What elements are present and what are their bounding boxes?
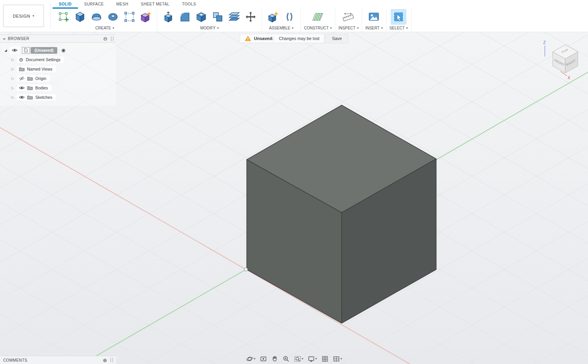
expand-open-icon[interactable]: ◢ — [3, 49, 8, 52]
construct-plane-button[interactable] — [310, 9, 326, 25]
tab-solid[interactable]: SOLID — [53, 0, 78, 9]
expand-arrow-icon[interactable]: ▷ — [10, 67, 15, 71]
create-menu[interactable]: CREATE ▾ — [95, 26, 114, 30]
shell-button[interactable] — [193, 9, 209, 25]
ribbon-tabs: SOLID SURFACE MESH SHEET METAL TOOLS — [53, 0, 202, 9]
chevron-down-icon: ▾ — [330, 27, 332, 30]
expand-arrow-icon[interactable]: ▷ — [10, 58, 15, 62]
fillet-button[interactable] — [177, 9, 193, 25]
tree-row-sketches[interactable]: ▷ Sketches — [0, 93, 116, 102]
pan-button[interactable] — [270, 355, 279, 363]
visibility-eye-icon[interactable] — [19, 86, 25, 90]
navigation-bar: ▾ ▾ ▾ — [245, 355, 343, 363]
workspace-label: DESIGN — [13, 14, 31, 18]
joint-icon — [284, 11, 295, 23]
viewports-icon — [333, 355, 340, 362]
panel-dock-handle[interactable] — [111, 36, 113, 41]
tree-row-named-views[interactable]: ▷ Named Views — [0, 64, 116, 74]
collapse-panel-icon[interactable]: ◂◂ — [3, 37, 5, 40]
toolbar-divider — [50, 3, 51, 29]
browser-tree: ◢ (Unsaved) ◉ ▷ ⚙ Document Settings ▷ — [0, 43, 116, 106]
browser-panel: ◂◂ BROWSER ⊖ ◢ (Unsaved) ◉ ▷ ⚙ Document — [0, 35, 116, 106]
toolbar-group-inspect: INSPECT ▾ — [335, 9, 362, 32]
insert-menu[interactable]: INSERT ▾ — [365, 26, 383, 30]
view-cube[interactable]: Z TOP FRONT RIGHT X — [542, 38, 586, 84]
image-icon — [368, 11, 380, 23]
revolve-button[interactable] — [89, 9, 104, 25]
ribbon-toolbar: CREATE ▾ — [53, 9, 411, 32]
tree-item-label: Bodies — [35, 86, 48, 90]
gear-icon: ⚙ — [19, 57, 24, 62]
fit-button[interactable]: ▾ — [293, 355, 304, 363]
panel-dock-handle[interactable] — [111, 358, 113, 362]
browser-panel-header: ◂◂ BROWSER ⊖ — [0, 35, 116, 43]
chevron-down-icon: ▾ — [315, 357, 317, 360]
select-button[interactable] — [391, 9, 406, 25]
visibility-eye-icon[interactable] — [19, 95, 25, 100]
group-label: CREATE — [95, 26, 111, 30]
unsaved-warning-bar: Unsaved: Changes may be lost Save — [240, 34, 349, 43]
combine-icon — [212, 11, 224, 23]
move-copy-button[interactable] — [243, 9, 259, 25]
group-label: ASSEMBLE — [269, 26, 290, 30]
tree-row-document-settings[interactable]: ▷ ⚙ Document Settings — [0, 55, 116, 64]
assemble-menu[interactable]: ASSEMBLE ▾ — [269, 26, 293, 30]
warning-icon — [245, 36, 251, 41]
workspace-selector[interactable]: DESIGN ▾ — [3, 5, 44, 27]
offset-face-button[interactable] — [226, 9, 242, 25]
measure-button[interactable] — [340, 9, 356, 25]
viewports-button[interactable]: ▾ — [331, 355, 343, 363]
extrude-icon — [74, 11, 86, 23]
tab-mesh[interactable]: MESH — [110, 0, 135, 9]
visibility-off-icon[interactable] — [19, 76, 25, 81]
offset-face-icon — [228, 11, 240, 23]
revolve-icon — [91, 11, 102, 23]
display-settings-button[interactable]: ▾ — [306, 355, 318, 363]
group-label: CONSTRUCT — [304, 26, 329, 30]
combine-button[interactable] — [210, 9, 226, 25]
group-label: INSPECT — [339, 26, 355, 30]
expand-arrow-icon[interactable]: ▷ — [10, 86, 15, 90]
pattern-button[interactable] — [122, 9, 137, 25]
look-at-button[interactable] — [259, 355, 268, 363]
shell-icon — [195, 11, 207, 23]
x-axis-label: X — [568, 76, 570, 80]
folder-icon — [27, 76, 33, 81]
tab-surface[interactable]: SURFACE — [78, 0, 110, 9]
insert-canvas-button[interactable] — [366, 9, 382, 25]
orbit-button[interactable]: ▾ — [245, 355, 257, 363]
construct-menu[interactable]: CONSTRUCT ▾ — [304, 26, 332, 30]
document-root-label[interactable]: (Unsaved) — [31, 47, 57, 54]
construction-plane-icon — [312, 11, 324, 23]
expand-arrow-icon[interactable]: ▷ — [10, 95, 15, 99]
toolbar-group-construct: CONSTRUCT ▾ — [301, 9, 335, 32]
hole-button[interactable] — [105, 9, 121, 25]
tree-row-root[interactable]: ◢ (Unsaved) ◉ — [0, 46, 116, 55]
create-form-button[interactable] — [138, 9, 154, 25]
activate-component-icon[interactable]: ◉ — [61, 48, 65, 53]
save-button[interactable]: Save — [325, 34, 348, 43]
grid-snaps-button[interactable] — [320, 355, 329, 363]
joint-button[interactable] — [282, 9, 297, 25]
create-sketch-button[interactable] — [56, 9, 71, 25]
zoom-button[interactable] — [281, 355, 291, 363]
tree-row-origin[interactable]: ▷ Origin — [0, 74, 116, 83]
chevron-down-icon: ▾ — [340, 357, 342, 360]
minimize-panel-icon[interactable]: ⊖ — [103, 36, 107, 41]
press-pull-button[interactable] — [160, 9, 176, 25]
tree-item-label: Document Settings — [26, 57, 61, 62]
add-comment-icon[interactable]: ⊕ — [103, 358, 107, 363]
document-icon — [22, 47, 30, 54]
select-menu[interactable]: SELECT ▾ — [390, 26, 408, 30]
extrude-button[interactable] — [72, 9, 88, 25]
visibility-eye-icon[interactable] — [10, 47, 20, 54]
tab-sheet-metal[interactable]: SHEET METAL — [135, 0, 176, 9]
browser-panel-title: BROWSER — [8, 36, 103, 41]
expand-arrow-icon[interactable]: ▷ — [10, 76, 15, 80]
warning-title: Unsaved: — [254, 36, 274, 41]
new-component-button[interactable] — [265, 9, 281, 25]
modify-menu[interactable]: MODIFY ▾ — [200, 26, 219, 30]
tree-row-bodies[interactable]: ▷ Bodies — [0, 83, 116, 93]
inspect-menu[interactable]: INSPECT ▾ — [339, 26, 359, 30]
tab-tools[interactable]: TOOLS — [176, 0, 202, 9]
